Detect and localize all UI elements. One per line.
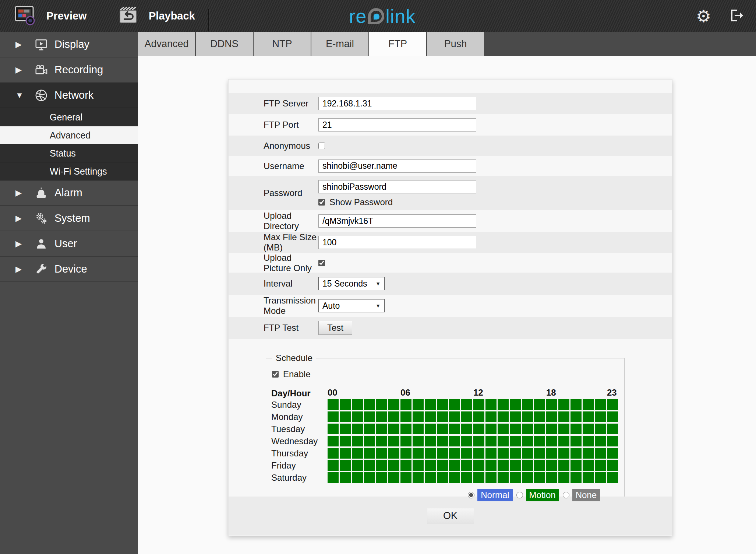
brush-radio-normal[interactable] xyxy=(468,492,474,498)
anonymous-checkbox[interactable] xyxy=(318,143,325,149)
schedule-cell[interactable] xyxy=(570,460,582,471)
tab-push[interactable]: Push xyxy=(427,32,484,56)
sidebar-subitem-general[interactable]: General xyxy=(0,108,138,126)
schedule-cell[interactable] xyxy=(461,424,472,434)
schedule-cell[interactable] xyxy=(437,436,448,446)
schedule-cell[interactable] xyxy=(376,448,387,459)
schedule-cell[interactable] xyxy=(400,448,411,459)
schedule-cell[interactable] xyxy=(546,460,557,471)
schedule-cell[interactable] xyxy=(583,436,594,446)
schedule-cell[interactable] xyxy=(534,399,545,410)
username-input[interactable] xyxy=(318,159,476,173)
schedule-cell[interactable] xyxy=(328,436,339,446)
schedule-cell[interactable] xyxy=(376,411,387,422)
schedule-cell[interactable] xyxy=(352,411,363,422)
schedule-cell[interactable] xyxy=(437,411,448,422)
schedule-cell[interactable] xyxy=(328,472,339,483)
schedule-cell[interactable] xyxy=(583,460,594,471)
schedule-cell[interactable] xyxy=(473,436,484,446)
schedule-cell[interactable] xyxy=(437,399,448,410)
schedule-cell[interactable] xyxy=(570,472,582,483)
schedule-cell[interactable] xyxy=(352,448,363,459)
schedule-cell[interactable] xyxy=(437,424,448,434)
schedule-cell[interactable] xyxy=(437,472,448,483)
sidebar-item-display[interactable]: ▶ Display xyxy=(0,32,138,57)
brush-radio-none[interactable] xyxy=(563,492,569,498)
schedule-cell[interactable] xyxy=(364,411,375,422)
schedule-cell[interactable] xyxy=(583,472,594,483)
schedule-cell[interactable] xyxy=(583,399,594,410)
schedule-cell[interactable] xyxy=(413,460,424,471)
schedule-cell[interactable] xyxy=(473,424,484,434)
schedule-cell[interactable] xyxy=(522,472,533,483)
schedule-cell[interactable] xyxy=(485,460,497,471)
ftp-server-input[interactable] xyxy=(318,97,476,110)
tab-ddns[interactable]: DDNS xyxy=(196,32,253,56)
schedule-cell[interactable] xyxy=(376,424,387,434)
schedule-cell[interactable] xyxy=(607,399,618,410)
schedule-cell[interactable] xyxy=(595,460,606,471)
sidebar-item-device[interactable]: ▶ Device xyxy=(0,257,138,282)
schedule-cell[interactable] xyxy=(595,399,606,410)
schedule-cell[interactable] xyxy=(425,411,436,422)
schedule-cell[interactable] xyxy=(340,424,351,434)
schedule-cell[interactable] xyxy=(364,399,375,410)
max-file-size-input[interactable] xyxy=(318,236,476,249)
schedule-cell[interactable] xyxy=(510,448,521,459)
schedule-cell[interactable] xyxy=(570,436,582,446)
schedule-cell[interactable] xyxy=(461,399,472,410)
password-input[interactable] xyxy=(318,180,476,193)
schedule-cell[interactable] xyxy=(522,448,533,459)
schedule-cell[interactable] xyxy=(449,460,460,471)
schedule-cell[interactable] xyxy=(449,472,460,483)
schedule-cell[interactable] xyxy=(388,460,399,471)
schedule-cell[interactable] xyxy=(352,399,363,410)
schedule-cell[interactable] xyxy=(510,411,521,422)
preview-nav[interactable]: Preview xyxy=(14,0,87,32)
schedule-cell[interactable] xyxy=(388,399,399,410)
schedule-cell[interactable] xyxy=(607,436,618,446)
schedule-cell[interactable] xyxy=(607,448,618,459)
schedule-cell[interactable] xyxy=(473,399,484,410)
schedule-cell[interactable] xyxy=(607,460,618,471)
schedule-cell[interactable] xyxy=(400,436,411,446)
schedule-cell[interactable] xyxy=(583,411,594,422)
logout-icon[interactable] xyxy=(728,7,745,25)
schedule-cell[interactable] xyxy=(388,411,399,422)
schedule-cell[interactable] xyxy=(473,472,484,483)
schedule-cell[interactable] xyxy=(364,424,375,434)
schedule-cell[interactable] xyxy=(473,460,484,471)
schedule-cell[interactable] xyxy=(328,399,339,410)
schedule-cell[interactable] xyxy=(340,460,351,471)
schedule-cell[interactable] xyxy=(558,472,569,483)
schedule-cell[interactable] xyxy=(388,472,399,483)
schedule-cell[interactable] xyxy=(461,472,472,483)
schedule-cell[interactable] xyxy=(570,424,582,434)
schedule-cell[interactable] xyxy=(546,411,557,422)
schedule-cell[interactable] xyxy=(400,411,411,422)
tab-ntp[interactable]: NTP xyxy=(254,32,311,56)
schedule-cell[interactable] xyxy=(546,399,557,410)
schedule-cell[interactable] xyxy=(352,472,363,483)
schedule-cell[interactable] xyxy=(413,448,424,459)
schedule-cell[interactable] xyxy=(461,460,472,471)
sidebar-item-system[interactable]: ▶ System xyxy=(0,206,138,231)
schedule-cell[interactable] xyxy=(534,472,545,483)
schedule-cell[interactable] xyxy=(485,399,497,410)
schedule-cell[interactable] xyxy=(498,472,509,483)
schedule-cell[interactable] xyxy=(595,411,606,422)
schedule-cell[interactable] xyxy=(558,436,569,446)
schedule-cell[interactable] xyxy=(413,411,424,422)
schedule-cell[interactable] xyxy=(534,424,545,434)
schedule-cell[interactable] xyxy=(607,411,618,422)
schedule-cell[interactable] xyxy=(364,436,375,446)
sidebar-item-alarm[interactable]: ▶ Alarm xyxy=(0,180,138,206)
schedule-cell[interactable] xyxy=(510,436,521,446)
schedule-cell[interactable] xyxy=(546,436,557,446)
show-password-checkbox[interactable] xyxy=(318,199,325,206)
schedule-cell[interactable] xyxy=(473,448,484,459)
playback-nav[interactable]: Playback xyxy=(117,0,195,32)
schedule-cell[interactable] xyxy=(534,448,545,459)
schedule-cell[interactable] xyxy=(498,448,509,459)
ok-button[interactable]: OK xyxy=(427,508,474,524)
